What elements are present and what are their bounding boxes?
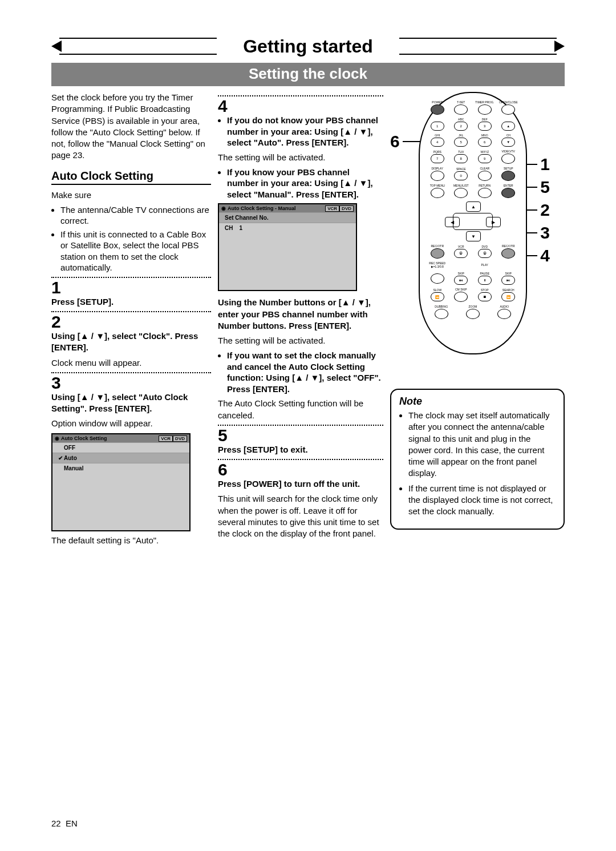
note-item: If the current time is not displayed or … (408, 483, 556, 518)
btn-dvd: ⦿ (478, 249, 492, 258)
make-sure-label: Make sure (51, 189, 211, 201)
step-4a-list: If you do not know your PBS channel numb… (218, 115, 383, 148)
btn-recotr-l (431, 248, 444, 259)
lbl-mno: MNO (481, 134, 488, 137)
osd2-title: Auto Clock Setting - Manual (228, 205, 296, 211)
intro-text: Set the clock before you try the Timer P… (51, 92, 211, 162)
osd-tab-dvd: DVD (339, 205, 354, 212)
step-4b-list: If you know your PBS channel number in y… (218, 167, 383, 200)
divider (218, 95, 383, 96)
callout-5: 5 (540, 178, 550, 197)
btn-tset (454, 104, 468, 115)
step-number: 2 (51, 313, 211, 330)
lbl-tset: T-SET (457, 101, 465, 104)
step-number: 5 (218, 427, 383, 444)
callout-2: 2 (540, 200, 550, 220)
make-sure-item: If this unit is connected to a Cable Box… (60, 229, 211, 273)
step-4c-text: The setting will be activated. (218, 335, 383, 346)
lbl-audio: AUDIO (500, 305, 509, 308)
make-sure-list: The antenna/Cable TV connections are cor… (51, 204, 211, 273)
btn-3: 3 (478, 122, 492, 131)
step-4d-bold: If you want to set the clock manually an… (227, 350, 383, 394)
osd-row-auto: Auto (64, 455, 77, 461)
divider (218, 425, 383, 426)
callout-1: 1 (540, 155, 550, 174)
step-3-text: Option window will appear. (51, 418, 211, 429)
osd-tab-dvd: DVD (173, 435, 187, 442)
divider (51, 277, 211, 278)
btn-open (501, 104, 515, 115)
btn-clear (478, 171, 492, 181)
lbl-pqrs: PQRS (433, 151, 441, 154)
lbl-zoom: ZOOM (468, 305, 477, 308)
lbl-recotr-l: REC/OTR (431, 245, 444, 248)
auto-clock-heading: Auto Clock Setting (51, 170, 211, 185)
column-1: Set the clock before you try the Timer P… (51, 92, 211, 550)
osd1-note: The default setting is "Auto". (51, 535, 211, 546)
check-icon: ✔ (58, 455, 64, 461)
dpad-left: ◀ (445, 217, 460, 227)
btn-cmskip (454, 292, 468, 302)
lbl-display: DISPLAY (431, 167, 443, 170)
step-3-bold: Using [▲ / ▼], select "Auto Clock Settin… (51, 392, 211, 415)
lbl-abc: ABC (458, 118, 464, 121)
lbl-space: SPACE (456, 168, 466, 171)
divider (218, 459, 383, 460)
divider (51, 311, 211, 312)
btn-topmenu (431, 188, 444, 198)
dpad: ▲ ▼ ◀ ▶ (441, 201, 504, 241)
step-4b-bold: If you know your PBS channel number in y… (227, 167, 383, 200)
note-item: The clock may set itself automatically a… (408, 410, 556, 479)
lbl-dvd: DVD (481, 245, 488, 248)
dpad-right: ▶ (486, 217, 501, 227)
lbl-enter: ENTER (504, 184, 513, 187)
lbl-dubbing: DUBBING (435, 305, 448, 308)
lbl-timer: TIMER PROG. (475, 101, 494, 104)
lbl-wxyz: WXYZ (481, 151, 489, 154)
osd-title: Auto Clock Setting (61, 435, 107, 441)
note-box: Note The clock may set itself automatica… (390, 389, 565, 530)
lbl-ch: CH (506, 134, 510, 137)
osd-auto-clock: ◉Auto Clock Setting VCRDVD OFF ✔Auto Man… (51, 433, 191, 531)
btn-0: 0 (454, 171, 468, 180)
page-lang: EN (66, 818, 78, 828)
lbl-def: DEF (482, 118, 488, 121)
btn-search: ⏩ (501, 292, 515, 301)
remote-diagram: 6 1 5 2 3 4 POWER T-SET TIMER PRO (390, 92, 550, 377)
step-4a-bold: If you do not know your PBS channel numb… (227, 115, 383, 148)
btn-recspeed (431, 273, 444, 284)
step-4c-bold: Using the Number buttons or [▲ / ▼], ent… (218, 297, 371, 330)
column-3: 6 1 5 2 3 4 POWER T-SET TIMER PRO (390, 92, 565, 550)
page-footer: 22 EN (51, 818, 78, 828)
lbl-tuv: TUV (458, 151, 464, 154)
step-number: 4 (218, 98, 383, 115)
btn-dubbing (435, 309, 448, 319)
lbl-return: RETURN (479, 184, 491, 187)
osd-manual-channel: ◉Auto Clock Setting - Manual VCRDVD Set … (218, 203, 357, 291)
lbl-skip-l: SKIP (458, 272, 464, 275)
disc-icon: ◉ (55, 435, 59, 441)
step-2-text: Clock menu will appear. (51, 357, 211, 369)
note-title: Note (399, 396, 556, 408)
osd-tab-vcr: VCR (325, 205, 339, 212)
lbl-skip-r: SKIP (505, 272, 512, 275)
btn-skip-fwd: ⏭ (501, 276, 515, 285)
lbl-video: VIDEO/TV (502, 150, 515, 153)
osd2-row1: Set Channel No. (219, 212, 356, 223)
btn-ch-up: ▲ (501, 122, 515, 131)
disc-icon: ◉ (221, 205, 226, 211)
osd2-ch-value: 1 (240, 225, 243, 231)
btn-skip-back: ⏮ (454, 276, 468, 285)
lbl-jkl: JKL (459, 134, 464, 137)
lbl-cmskip: CM SKIP (455, 288, 467, 291)
lbl-clear: CLEAR (480, 167, 489, 170)
btn-1: 1 (431, 122, 444, 131)
btn-slow: ⏪ (431, 292, 444, 301)
btn-9: 9 (478, 154, 492, 163)
btn-timer (478, 104, 492, 115)
step-2-bold: Using [▲ / ▼], select "Clock". Press [EN… (51, 330, 211, 354)
step-1-text: Press [SETUP]. (51, 296, 211, 308)
btn-4: 4 (431, 138, 444, 147)
step-number: 1 (51, 279, 211, 296)
section-banner: Setting the clock (51, 63, 565, 86)
